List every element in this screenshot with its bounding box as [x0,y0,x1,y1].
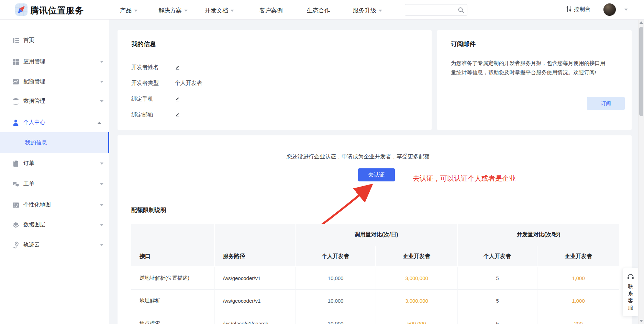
daily-quota-group-header: 调用量对比(次/日) [296,224,458,246]
empty-header-cell [131,224,215,246]
red-annotation-text: 去认证，可以认证个人或者是企业 [413,174,516,183]
col-header-api: 接口 [131,246,215,267]
avatar[interactable] [603,3,616,16]
sidebar-item-quota-management[interactable]: 配额管理 [0,75,109,89]
nav-item-cases[interactable]: 客户案例 [259,7,283,14]
active-indicator-bar [108,132,109,153]
apps-grid-icon [12,58,19,65]
developer-type-row: 开发者类型 个人开发者 [131,80,202,87]
my-info-title: 我的信息 [131,40,156,48]
sidebar-item-custom-map[interactable]: 个性化地图 [0,198,109,212]
subscribe-button[interactable]: 订阅 [587,97,625,110]
sliders-icon [566,5,572,12]
scrollbar[interactable] [638,20,644,324]
sidebar-item-orders[interactable]: 订单 [0,157,109,170]
search-icon[interactable] [457,7,464,13]
table-row: 地址解析 /ws/geocoder/v1 10,000 3,000,000 5 … [131,290,619,312]
sidebar: 首页 应用管理 配额管理 数据管理 个人中心 我的信息 订单 工单 个性化地图 [0,20,109,324]
nav-item-solutions[interactable]: 解决方案 [158,7,188,14]
sidebar-subitem-my-info[interactable]: 我的信息 [0,132,109,153]
certification-quota-card: 您还没进行企业认证，申请成为企业开发者，享受更多配额 去认证 去认证，可以认证个… [118,135,632,324]
go-certify-button[interactable]: 去认证 [358,168,395,181]
empty-header-cell [215,224,296,246]
col-header-path: 服务路径 [215,246,296,267]
col-header-enterprise: 企业开发者 [376,246,458,267]
chevron-up-icon [98,122,101,124]
col-header-personal: 个人开发者 [296,246,376,267]
chevron-down-icon [379,10,382,12]
nav-item-docs[interactable]: 开发文档 [205,7,234,14]
track-pin-icon [12,242,19,248]
col-header-enterprise: 企业开发者 [537,246,619,267]
top-navbar: 腾讯位置服务 产品 解决方案 开发文档 客户案例 生态合作 服务升级 控制台 [0,0,644,20]
chevron-down-icon [184,10,188,12]
my-info-card: 我的信息 开发者姓名 开发者类型 个人开发者 绑定手机 绑定邮箱 [118,30,432,130]
main-content: 我的信息 开发者姓名 开发者类型 个人开发者 绑定手机 绑定邮箱 订阅邮件 为您… [109,20,644,324]
bind-phone-row: 绑定手机 [131,96,180,103]
quota-table: 调用量对比(次/日) 并发量对比(次/秒) 接口 服务路径 个人开发者 企业开发… [131,224,619,324]
ticket-chat-icon [12,181,19,188]
avatar-chevron-down-icon[interactable] [624,9,628,11]
database-icon [12,98,19,105]
contact-support-tab[interactable]: 联系客服 [623,268,639,316]
bind-email-row: 绑定邮箱 [131,111,180,119]
chevron-down-icon [100,163,103,165]
quota-table-title: 配额限制说明 [131,206,166,214]
home-list-icon [12,37,19,44]
chevron-down-icon [100,224,103,226]
table-header-row: 接口 服务路径 个人开发者 企业开发者 个人开发者 企业开发者 [131,246,619,267]
edit-pencil-icon[interactable] [175,64,180,70]
chevron-down-icon [231,10,234,12]
custom-map-icon [12,202,19,209]
scroll-down-arrow[interactable] [640,320,643,322]
chevron-down-icon [100,81,103,83]
nav-item-products[interactable]: 产品 [120,7,137,14]
search-box [405,4,467,16]
scrollbar-thumb[interactable] [639,27,643,116]
sidebar-item-app-management[interactable]: 应用管理 [0,55,109,69]
quota-chart-icon [12,78,19,85]
chevron-down-icon [100,244,103,246]
sidebar-item-personal-center[interactable]: 个人中心 [0,116,109,130]
brand-title[interactable]: 腾讯位置服务 [30,5,84,16]
contact-support-label: 联系客服 [628,282,633,311]
edit-pencil-icon[interactable] [175,96,180,102]
developer-type-value: 个人开发者 [175,80,202,86]
chevron-down-icon [100,61,103,63]
user-icon [12,119,19,126]
developer-name-row: 开发者姓名 [131,64,180,71]
subscribe-title: 订阅邮件 [451,40,476,48]
sidebar-item-data-layers[interactable]: 数据图层 [0,218,109,232]
scroll-up-arrow[interactable] [640,21,643,24]
concurrent-quota-group-header: 并发量对比(次/秒) [458,224,619,246]
chevron-down-icon [100,183,103,185]
sidebar-item-home[interactable]: 首页 [0,34,109,47]
console-link[interactable]: 控制台 [566,5,590,13]
sidebar-item-data-management[interactable]: 数据管理 [0,94,109,108]
chevron-down-icon [100,204,103,206]
table-row: 逆地址解析(位置描述) /ws/geocoder/v1 10,000 3,000… [131,267,619,290]
chevron-down-icon [134,10,137,12]
edit-pencil-icon[interactable] [175,112,180,118]
table-group-header-row: 调用量对比(次/日) 并发量对比(次/秒) [131,224,619,246]
nav-item-ecosystem[interactable]: 生态合作 [307,7,330,14]
layers-icon [12,222,19,228]
sidebar-item-tickets[interactable]: 工单 [0,177,109,191]
chevron-down-icon [100,100,103,102]
table-row: 地点搜索 /ws/place/v1/search 10,000 500,000 … [131,312,619,324]
order-clipboard-icon [12,160,19,167]
sidebar-item-track-cloud[interactable]: 轨迹云 [0,238,109,252]
search-input[interactable] [408,5,456,14]
compass-logo-icon[interactable] [15,3,27,16]
nav-item-upgrade[interactable]: 服务升级 [353,7,382,14]
headset-icon [627,273,634,280]
certification-message: 您还没进行企业认证，申请成为企业开发者，享受更多配额 [118,153,599,160]
subscribe-mail-card: 订阅邮件 为您准备了专属定制的开发者服务月报，包含您每月使用的接口用量统计等信息… [437,30,632,130]
subscribe-description: 为您准备了专属定制的开发者服务月报，包含您每月使用的接口用量统计等信息，帮助您及… [451,58,606,77]
col-header-personal: 个人开发者 [458,246,537,267]
